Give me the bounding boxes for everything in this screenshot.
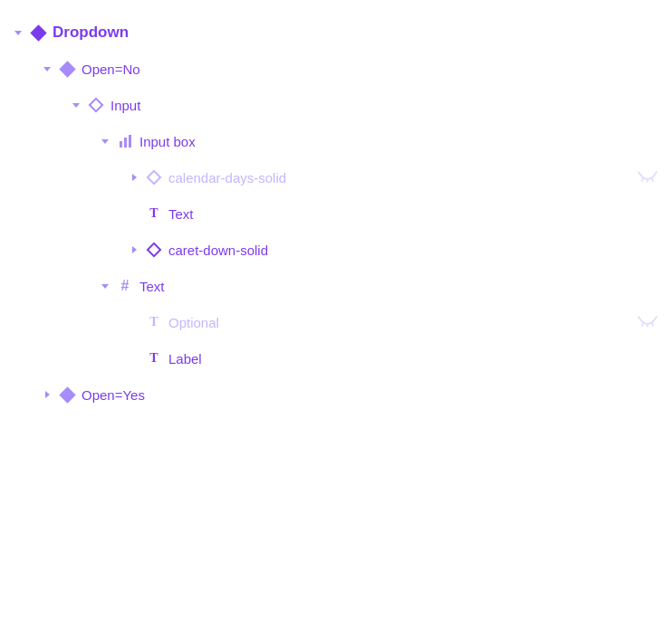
hash-icon: #: [116, 277, 134, 295]
svg-line-11: [642, 323, 643, 326]
chevron-text-group[interactable]: [98, 279, 112, 293]
tree-row-label-item[interactable]: TLabel: [0, 340, 672, 376]
diamond-filled-icon: [58, 386, 76, 404]
t-text-icon: T: [145, 205, 163, 223]
node-label-input: Input: [110, 98, 140, 113]
tree-row-caret[interactable]: caret-down-solid: [0, 232, 672, 268]
eye-icon-optional[interactable]: [638, 316, 658, 329]
tree-row-open-yes[interactable]: Open=Yes: [0, 376, 672, 413]
tree-row-optional[interactable]: TOptional: [0, 304, 672, 340]
chevron-input-box[interactable]: [98, 134, 112, 148]
svg-marker-3: [101, 139, 109, 144]
svg-marker-13: [45, 391, 50, 398]
diamond-outline-icon: [145, 241, 163, 259]
svg-marker-4: [132, 174, 137, 181]
diamond-outline-icon: [87, 96, 105, 114]
chevron-caret[interactable]: [127, 243, 141, 257]
tree-row-input-box[interactable]: Input box: [0, 123, 672, 159]
node-label-text-item: Text: [168, 206, 194, 222]
node-label-open-yes: Open=Yes: [82, 387, 145, 403]
chevron-open-no[interactable]: [40, 62, 54, 76]
tree-row-input[interactable]: Input: [0, 87, 672, 123]
svg-marker-9: [101, 284, 109, 289]
node-label-calendar: calendar-days-solid: [168, 170, 286, 186]
bar-chart-icon: [116, 132, 134, 150]
node-label-label-item: Label: [168, 351, 202, 367]
diamond-outline-icon: [145, 168, 163, 186]
svg-marker-1: [43, 67, 51, 71]
svg-line-12: [652, 323, 653, 326]
chevron-root[interactable]: [11, 25, 25, 40]
node-label-text-group: Text: [139, 279, 165, 294]
chevron-input[interactable]: [69, 98, 83, 112]
diamond-filled-icon: [29, 24, 47, 42]
tree-row-open-no[interactable]: Open=No: [0, 51, 672, 87]
chevron-calendar[interactable]: [127, 170, 141, 185]
chevron-open-yes[interactable]: [40, 387, 54, 402]
t-text-icon: T: [145, 313, 163, 331]
node-label-optional: Optional: [168, 315, 219, 330]
tree-container: DropdownOpen=NoInput Input boxcalendar-d…: [0, 14, 672, 413]
tree-row-calendar[interactable]: calendar-days-solid: [0, 159, 672, 195]
tree-row-root[interactable]: Dropdown: [0, 14, 672, 51]
tree-row-text-group[interactable]: #Text: [0, 268, 672, 304]
tree-row-text-item[interactable]: TText: [0, 195, 672, 232]
svg-marker-2: [72, 103, 80, 108]
t-text-icon: T: [145, 349, 163, 367]
svg-line-6: [642, 178, 643, 181]
node-label-open-no: Open=No: [82, 62, 140, 77]
svg-marker-0: [14, 31, 22, 35]
svg-marker-8: [132, 246, 137, 253]
node-label-root: Dropdown: [53, 24, 129, 42]
node-label-caret: caret-down-solid: [168, 243, 268, 258]
diamond-filled-icon: [58, 60, 76, 78]
svg-line-7: [652, 178, 653, 181]
node-label-input-box: Input box: [139, 134, 196, 149]
eye-icon-calendar[interactable]: [638, 171, 658, 184]
